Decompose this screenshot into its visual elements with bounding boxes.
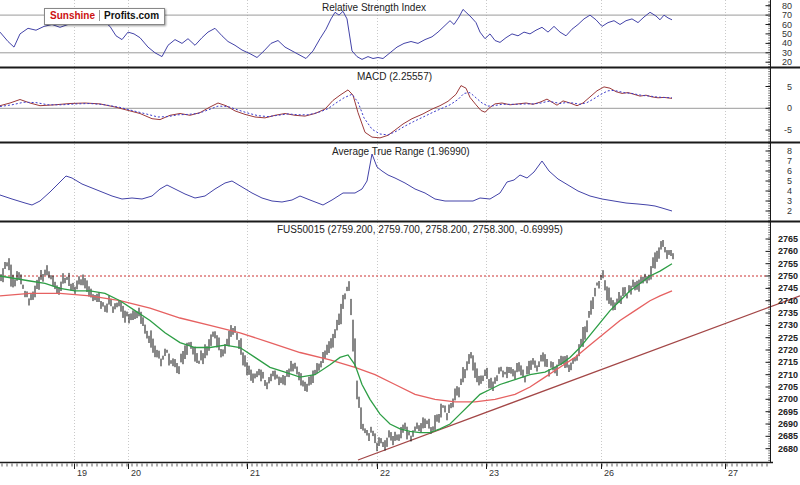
y-axis-label: 2 [787,206,792,216]
x-axis-day-label: 20 [131,468,141,478]
y-axis-label: 50 [782,29,792,39]
y-axis-label: 2710 [778,370,798,380]
y-axis-label: 2750 [778,271,798,281]
x-axis-day-label: 21 [250,468,260,478]
y-axis-label: 2685 [778,431,798,441]
y-axis-label: 20 [782,57,792,67]
y-axis-label: 2705 [778,382,798,392]
y-axis-label: 5 [787,176,792,186]
price-panel-title: FUS50015 (2759.200, 2759.700, 2758.200, … [277,224,563,235]
logo-part-sunshine: Sunshine [50,10,100,21]
x-axis-day-label: 26 [604,468,614,478]
rsi-panel-title: Relative Strength Index [322,2,426,13]
y-axis-label: 2730 [778,320,798,330]
y-axis-label: 2715 [778,357,798,367]
y-axis-label: 0 [787,103,792,113]
y-axis-label: -5 [784,125,792,135]
y-axis-label: 2755 [778,259,798,269]
y-axis-label: 2745 [778,283,798,293]
logo-part-profits: Profits.com [104,10,159,21]
y-axis-label: 8 [787,146,792,156]
y-axis-label: 7 [787,156,792,166]
y-axis-label: 2760 [778,246,798,256]
macd-panel-title: MACD (2.25557) [357,71,432,82]
y-axis-label: 2740 [778,296,798,306]
y-axis-label: 3 [787,196,792,206]
y-axis-label: 5 [787,82,792,92]
y-axis-label: 2690 [778,419,798,429]
y-axis-label: 6 [787,166,792,176]
y-axis-label: 2735 [778,308,798,318]
y-axis-label: 2720 [778,345,798,355]
y-axis-label: 2765 [778,234,798,244]
chart-window: 8070605040302050-58765432276527602755275… [0,0,800,485]
y-axis-label: 2725 [778,333,798,343]
sunshineprofits-logo[interactable]: SunshineProfits.com [44,8,165,25]
x-axis-day-label: 27 [728,468,738,478]
x-axis-day-label: 23 [489,468,499,478]
atr-panel-title: Average True Range (1.96990) [332,146,470,157]
y-axis-label: 4 [787,186,792,196]
y-axis-label: 2700 [778,394,798,404]
x-axis-day-label: 22 [380,468,390,478]
y-axis-label: 2680 [778,444,798,454]
y-axis-label: 2695 [778,407,798,417]
x-axis-day-label: 19 [77,468,87,478]
